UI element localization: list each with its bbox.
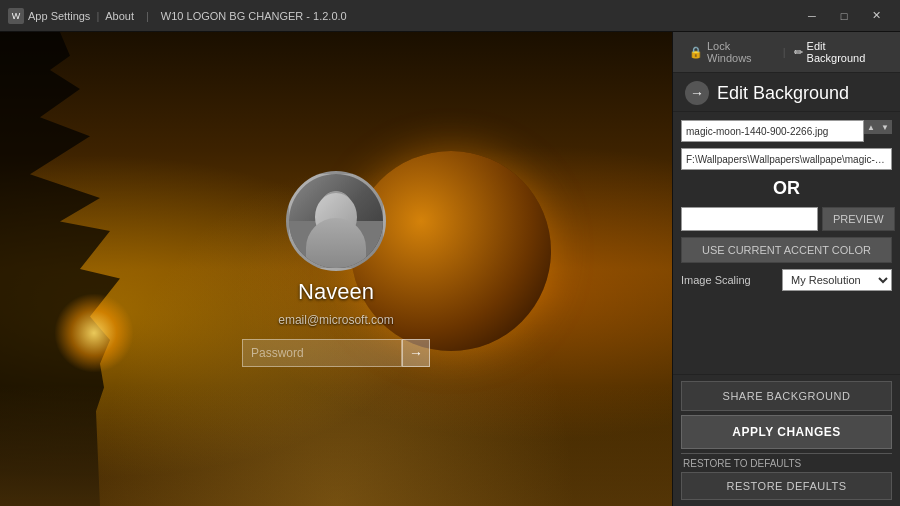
file-path-row: ▲ ▼: [681, 120, 892, 142]
avatar-inner: [289, 174, 383, 268]
restore-section: RESTORE TO DEFAULTS RESTORE DEFAULTS: [681, 453, 892, 500]
login-overlay: Naveen email@microsoft.com →: [0, 32, 672, 506]
scroll-down-arrow[interactable]: ▼: [878, 120, 892, 134]
app-title: W10 LOGON BG CHANGER - 1.2.0.0: [161, 10, 347, 22]
tab-lock-windows[interactable]: 🔒 Lock Windows: [681, 36, 783, 68]
scroll-up-arrow[interactable]: ▲: [864, 120, 878, 134]
spacer: [681, 297, 892, 366]
color-row: PREVIEW: [681, 207, 892, 231]
minimize-button[interactable]: ─: [796, 5, 828, 27]
panel-title-bar: → Edit Background: [673, 73, 900, 112]
title-bar-left: W App Settings | About | W10 LOGON BG CH…: [8, 8, 347, 24]
panel-title: Edit Background: [717, 83, 849, 104]
color-input[interactable]: [681, 207, 818, 231]
main-layout: Naveen email@microsoft.com → 🔒 Lock Wind…: [0, 32, 900, 506]
restore-label: RESTORE TO DEFAULTS: [681, 458, 892, 469]
avatar-body: [306, 218, 366, 268]
use-accent-button[interactable]: USE CURRENT ACCENT COLOR: [681, 237, 892, 263]
share-button[interactable]: SHARE BACKGROUND: [681, 381, 892, 411]
title-bar: W App Settings | About | W10 LOGON BG CH…: [0, 0, 900, 32]
preview-button[interactable]: PREVIEW: [822, 207, 895, 231]
panel-header: 🔒 Lock Windows | ✏ Edit Background: [673, 32, 900, 73]
avatar: [286, 171, 386, 271]
full-path-row: [681, 148, 892, 170]
or-divider: OR: [681, 178, 892, 199]
username-display: Naveen: [298, 279, 374, 305]
about-link[interactable]: About: [105, 10, 134, 22]
panel-title-icon: →: [685, 81, 709, 105]
edit-icon: ✏: [794, 46, 803, 59]
preview-area: Naveen email@microsoft.com →: [0, 32, 672, 506]
user-email-display: email@microsoft.com: [278, 313, 394, 327]
title-bar-right: ─ □ ✕: [796, 5, 892, 27]
right-panel: 🔒 Lock Windows | ✏ Edit Background → Edi…: [672, 32, 900, 506]
settings-link[interactable]: App Settings: [28, 10, 90, 22]
scaling-select[interactable]: My Resolution Fill Fit Stretch Tile Cent…: [782, 269, 892, 291]
file-path-short-input[interactable]: [681, 120, 864, 142]
arrow-icon: →: [690, 85, 704, 101]
restore-button[interactable]: RESTORE DEFAULTS: [681, 472, 892, 500]
password-input[interactable]: [242, 339, 402, 367]
panel-tabs: 🔒 Lock Windows | ✏ Edit Background: [681, 36, 892, 68]
panel-bottom: SHARE BACKGROUND APPLY CHANGES RESTORE T…: [673, 374, 900, 506]
password-row: →: [242, 339, 430, 367]
file-path-full-input[interactable]: [681, 148, 892, 170]
close-button[interactable]: ✕: [860, 5, 892, 27]
app-icon: W: [8, 8, 24, 24]
lock-windows-label: Lock Windows: [707, 40, 775, 64]
edit-background-label: Edit Background: [807, 40, 884, 64]
lock-icon: 🔒: [689, 46, 703, 59]
apply-button[interactable]: APPLY CHANGES: [681, 415, 892, 449]
maximize-button[interactable]: □: [828, 5, 860, 27]
submit-button[interactable]: →: [402, 339, 430, 367]
panel-content: ▲ ▼ OR PREVIEW USE CURRENT ACCENT COLOR …: [673, 112, 900, 374]
scaling-row: Image Scaling My Resolution Fill Fit Str…: [681, 269, 892, 291]
tab-edit-background[interactable]: ✏ Edit Background: [786, 36, 892, 68]
scaling-label: Image Scaling: [681, 274, 751, 286]
